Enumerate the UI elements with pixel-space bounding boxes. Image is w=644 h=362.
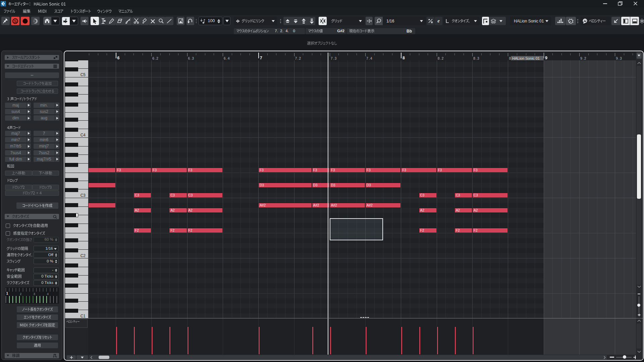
svg-text:S: S (14, 18, 17, 23)
